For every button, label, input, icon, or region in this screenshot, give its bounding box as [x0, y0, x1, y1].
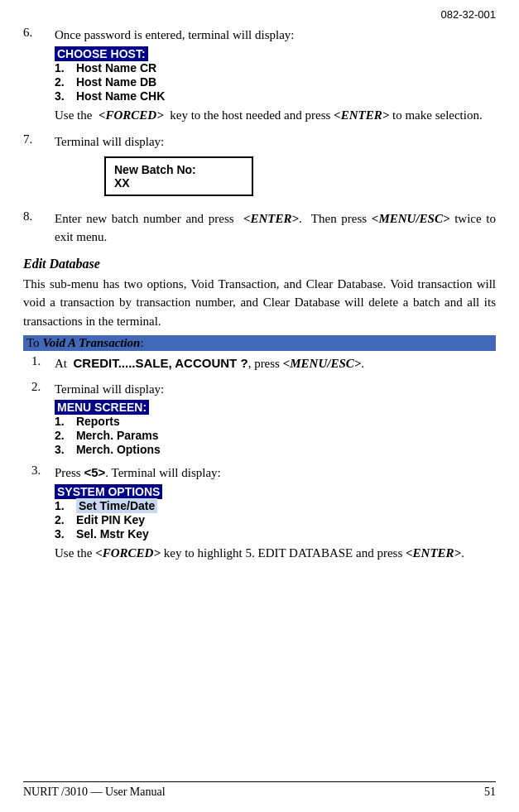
void-step-1-content: At CREDIT.....SALE, ACCOUNT ?, press <ME…	[55, 354, 496, 373]
sys-item-1: 1. Set Time/Date	[55, 499, 496, 512]
item-8-num: 8.	[23, 209, 55, 247]
menu-screen-label: MENU SCREEN:	[55, 400, 149, 415]
void-transaction-bar: To Void A Transaction:	[23, 335, 496, 351]
item-7-intro: Terminal will display:	[55, 132, 496, 151]
forced-key-6: <FORCED>	[99, 108, 164, 122]
enter-key-6: <ENTER>	[334, 108, 389, 122]
item-7-num: 7.	[23, 132, 55, 201]
system-options-label: SYSTEM OPTIONS	[55, 484, 162, 499]
page: 082-32-001 6. Once password is entered, …	[0, 0, 519, 812]
void-step-2-num: 2.	[31, 380, 55, 458]
void-step-3: 3. Press <5>. Terminal will display: SYS…	[23, 464, 496, 562]
item-6-body: Use the <FORCED> key to the host needed …	[55, 106, 496, 125]
new-batch-val: XX	[114, 176, 227, 190]
void-step-3-num: 3.	[31, 464, 55, 562]
menu-screen-list: 1. Reports 2. Merch. Params 3. Merch. Op…	[55, 415, 496, 456]
edit-db-para1: This sub-menu has two options, Void Tran…	[23, 275, 496, 331]
void-transaction-label: Void A Transaction	[42, 336, 140, 349]
choose-host-list: 1. Host Name CR 2. Host Name DB 3. Host …	[55, 61, 496, 103]
item-7: 7. Terminal will display: New Batch No: …	[23, 132, 496, 201]
void-step-1: 1. At CREDIT.....SALE, ACCOUNT ?, press …	[23, 354, 496, 373]
enter-key-3: <ENTER>	[406, 546, 461, 560]
menuesc-key-8: <MENU/ESC>	[372, 212, 450, 225]
item-6: 6. Once password is entered, terminal wi…	[23, 26, 496, 124]
void-step-2: 2. Terminal will display: MENU SCREEN: 1…	[23, 380, 496, 458]
choose-host-label: CHOOSE HOST:	[55, 46, 148, 61]
sys-item-2: 2. Edit PIN Key	[55, 513, 496, 526]
choose-host-item-2: 2. Host Name DB	[55, 75, 496, 89]
edit-database-heading: Edit Database	[23, 257, 496, 271]
void-step-3-intro: Press <5>. Terminal will display:	[55, 464, 496, 483]
doc-number: 082-32-001	[23, 8, 496, 21]
choose-host-item-3: 3. Host Name CHK	[55, 89, 496, 103]
footer-left: NURIT /3010 — User Manual	[23, 786, 166, 799]
void-step-2-intro: Terminal will display:	[55, 380, 496, 399]
new-batch-box: New Batch No: XX	[104, 156, 253, 196]
menuesc-void-1: <MENU/ESC>	[283, 357, 362, 370]
menu-item-1: 1. Reports	[55, 415, 496, 428]
item-8-content: Enter new batch number and press <ENTER>…	[55, 209, 496, 247]
void-step-3-body: Use the <FORCED> key to highlight 5. EDI…	[55, 544, 496, 563]
void-step-3-content: Press <5>. Terminal will display: SYSTEM…	[55, 464, 496, 562]
item-6-intro-text: Once password is entered, terminal will …	[55, 28, 295, 41]
doc-number-text: 082-32-001	[441, 8, 497, 21]
footer-right: 51	[484, 786, 496, 799]
footer: NURIT /3010 — User Manual 51	[23, 781, 496, 799]
menu-item-3: 3. Merch. Options	[55, 443, 496, 456]
item-7-content: Terminal will display: New Batch No: XX	[55, 132, 496, 201]
void-step-2-content: Terminal will display: MENU SCREEN: 1. R…	[55, 380, 496, 458]
void-step-1-num: 1.	[31, 354, 55, 373]
new-batch-title: New Batch No:	[114, 163, 227, 176]
item-8: 8. Enter new batch number and press <ENT…	[23, 209, 496, 247]
system-options-list: 1. Set Time/Date 2. Edit PIN Key 3. Sel.…	[55, 499, 496, 541]
menu-item-2: 2. Merch. Params	[55, 429, 496, 442]
forced-key-3: <FORCED>	[95, 546, 161, 560]
sys-item-1-label: Set Time/Date	[76, 498, 157, 513]
enter-key-8: <ENTER>	[243, 212, 299, 225]
item-6-intro: Once password is entered, terminal will …	[55, 26, 496, 45]
credit-sale-text: CREDIT.....SALE, ACCOUNT ?	[74, 356, 248, 370]
item-6-num: 6.	[23, 26, 55, 124]
item-6-content: Once password is entered, terminal will …	[55, 26, 496, 124]
sys-item-3: 3. Sel. Mstr Key	[55, 527, 496, 541]
choose-host-item-1: 1. Host Name CR	[55, 61, 496, 74]
press-5: <5>	[84, 465, 105, 479]
